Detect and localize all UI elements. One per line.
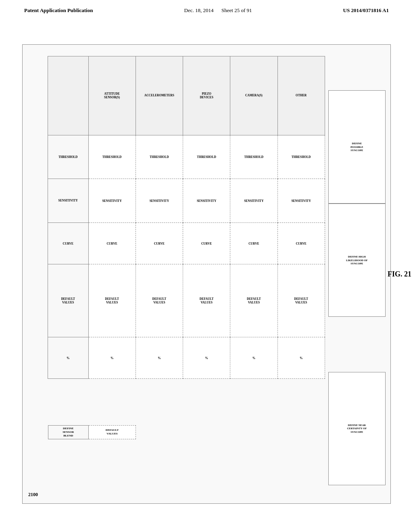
- right-label-near-certainty: DEFINE NEARCERTAINTY OFSYNCOPE: [328, 372, 386, 485]
- cell-other-default: DEFAULTVALUES: [277, 264, 325, 337]
- header-date-sheet: Dec. 18, 2014 Sheet 25 of 91: [184, 7, 252, 14]
- col-header-accelerometers: ACCELEROMETERS: [136, 56, 183, 135]
- row-label-threshold: THRESHOLD: [48, 135, 89, 179]
- header-patent-number: US 2014/0371816 A1: [343, 7, 389, 14]
- header-sheet: Sheet 25 of 91: [221, 7, 252, 13]
- row-label-curve: CURVE: [48, 223, 89, 264]
- col-header-attitude: ATTITUDESENSOR(S): [88, 56, 136, 135]
- col-header-cameras: CAMERA(S): [230, 56, 277, 135]
- cell-cam-percent: %: [230, 337, 277, 379]
- cell-piezo-default: DEFAULTVALUES: [183, 264, 230, 337]
- right-label-high-likelihood: DEFINE HIGHLIKELIHOOD OFSYNCOPE: [328, 204, 386, 317]
- bottom-cell-default-values: DEFAULTVALUES: [88, 425, 136, 439]
- cell-piezo-percent: %: [183, 337, 230, 379]
- col-header-piezo: PIEZODEVICES: [183, 56, 230, 135]
- cell-accel-sensitivity: SENSITIVITY: [136, 179, 183, 223]
- cell-attitude-threshold: THRESHOLD: [88, 135, 136, 179]
- cell-accel-default: DEFAULTVALUES: [136, 264, 183, 337]
- cell-other-percent: %: [277, 337, 325, 379]
- cell-cam-curve: CURVE: [230, 223, 277, 264]
- cell-cam-default: DEFAULTVALUES: [230, 264, 277, 337]
- cell-attitude-default: DEFAULTVALUES: [88, 264, 136, 337]
- cell-other-threshold: THRESHOLD: [277, 135, 325, 179]
- cell-other-curve: CURVE: [277, 223, 325, 264]
- bottom-table-row: DEFINESENSORBLEND DEFAULTVALUES: [48, 425, 325, 439]
- page: Patent Application Publication Dec. 18, …: [0, 0, 413, 532]
- cell-piezo-sensitivity: SENSITIVITY: [183, 179, 230, 223]
- row-label-sensitivity: SENSITIVITY: [48, 179, 89, 223]
- row-label-default-values: DEFAULTVALUES: [48, 264, 89, 337]
- figure-label: FIG. 21: [388, 270, 411, 278]
- right-label-possible-syncope: DEFINEPOSSIBLESYNCOPE: [328, 90, 386, 204]
- cell-accel-threshold: THRESHOLD: [136, 135, 183, 179]
- bottom-table: DEFINESENSORBLEND DEFAULTVALUES: [48, 425, 325, 439]
- cell-piezo-curve: CURVE: [183, 223, 230, 264]
- cell-other-sensitivity: SENSITIVITY: [277, 179, 325, 223]
- cell-accel-curve: CURVE: [136, 223, 183, 264]
- header-publication-label: Patent Application Publication: [24, 7, 93, 14]
- header-date: Dec. 18, 2014: [184, 7, 214, 13]
- cell-attitude-percent: %: [88, 337, 136, 379]
- cell-cam-sensitivity: SENSITIVITY: [230, 179, 277, 223]
- bottom-label-sensor-blend: DEFINESENSORBLEND: [48, 425, 88, 439]
- diagram-number: 2100: [28, 492, 38, 498]
- cell-cam-threshold: THRESHOLD: [230, 135, 277, 179]
- col-header-other: OTHER: [277, 56, 325, 135]
- cell-attitude-sensitivity: SENSITIVITY: [88, 179, 136, 223]
- cell-piezo-threshold: THRESHOLD: [183, 135, 230, 179]
- cell-accel-percent: %: [136, 337, 183, 379]
- cell-attitude-curve: CURVE: [88, 223, 136, 264]
- page-header: Patent Application Publication Dec. 18, …: [0, 0, 413, 17]
- row-label-percent: %: [48, 337, 89, 379]
